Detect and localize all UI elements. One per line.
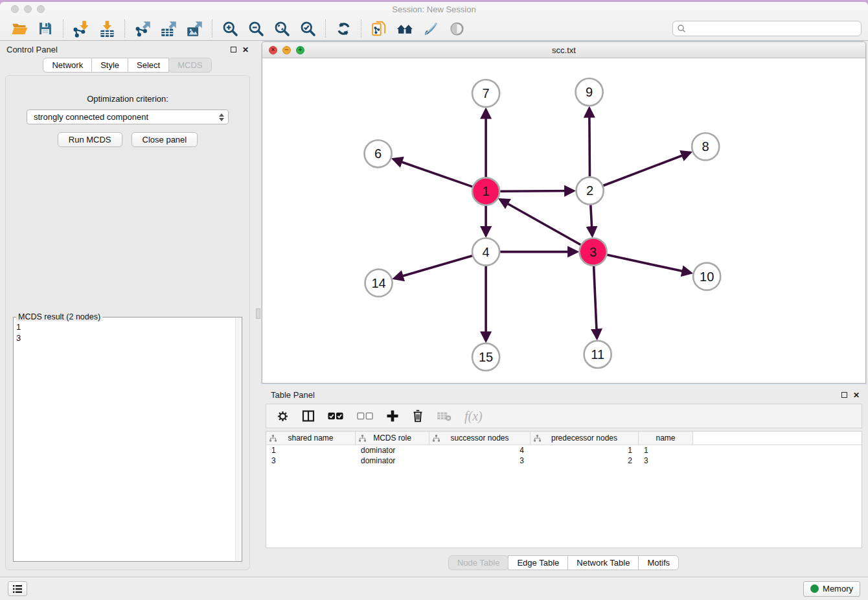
window-chrome: Session: New Session [0,2,868,41]
add-column-button[interactable] [386,410,399,422]
close-panel-button[interactable]: Close panel [131,132,198,147]
tab-network[interactable]: Network [43,58,92,73]
column-header-MCDS-role[interactable]: MCDS role [356,432,429,444]
table-settings-button[interactable] [277,410,289,422]
network-canvas[interactable]: 7968124314101511 [262,58,865,383]
optimization-criterion-select[interactable]: strongly connected component [27,110,229,124]
clone-network-icon [371,20,387,37]
node-11[interactable]: 11 [584,341,611,368]
node-6[interactable]: 6 [365,140,392,167]
task-history-button[interactable] [8,581,27,596]
open-session-button[interactable] [6,18,32,39]
panel-divider[interactable] [255,41,262,577]
clone-network-button[interactable] [366,18,392,39]
column-header-name[interactable]: name [639,432,693,444]
node-1[interactable]: 1 [472,178,499,205]
export-image-button[interactable] [181,18,207,39]
deselect-all-button[interactable] [357,411,373,421]
node-15[interactable]: 15 [472,343,499,371]
memory-button[interactable]: Memory [803,581,860,597]
search-box[interactable] [672,21,862,36]
toolbar-separator [124,19,125,38]
float-panel-icon[interactable] [841,392,847,398]
export-table-button[interactable] [155,18,181,39]
memory-status-icon [810,584,819,593]
table-toolbar: f(x) [266,404,862,428]
mcds-result-box: MCDS result (2 nodes) 13 [13,317,242,562]
edge-3-11[interactable] [594,266,597,338]
edge-4-14[interactable] [394,256,472,279]
table-row[interactable]: 1dominator411 [266,445,862,456]
close-panel-icon[interactable]: ✕ [853,391,860,399]
float-panel-icon[interactable] [231,47,236,52]
svg-text:14: 14 [371,276,385,290]
graphics-details-button[interactable] [418,18,444,39]
table-row[interactable]: 3dominator323 [266,456,862,466]
node-9[interactable]: 9 [576,78,603,106]
edge-3-1[interactable] [500,200,580,245]
import-table-button[interactable] [94,18,120,39]
column-header-predecessor-nodes[interactable]: predecessor nodes [531,432,639,444]
close-panel-icon[interactable]: ✕ [242,46,249,54]
refresh-layout-button[interactable] [330,18,356,39]
edge-3-10[interactable] [607,255,691,273]
node-8[interactable]: 8 [692,133,719,160]
network-graph[interactable]: 7968124314101511 [262,58,865,383]
divider-grip[interactable] [256,308,260,319]
table-header-row: shared nameMCDS rolesuccessor nodesprede… [266,432,862,445]
node-2[interactable]: 2 [577,177,604,204]
node-7[interactable]: 7 [472,80,499,107]
birdseye-view-button[interactable] [444,18,470,39]
node-10[interactable]: 10 [693,263,720,290]
edge-2-8[interactable] [603,152,691,185]
tab-network-table[interactable]: Network Table [567,555,639,570]
column-header-shared-name[interactable]: shared name [266,432,356,444]
svg-text:6: 6 [374,146,382,161]
table-tabs-area: Node TableEdge TableNetwork TableMotifs [262,548,866,577]
table-panel: Table Panel ✕ f(x) s [262,387,866,577]
node-14[interactable]: 14 [365,270,393,297]
toolbar-separator [63,19,63,38]
tab-style[interactable]: Style [91,58,128,73]
zoom-fit-icon [273,20,291,38]
table-cell: dominator [356,456,429,465]
zoom-out-button[interactable] [243,18,269,39]
window-title: Session: New Session [0,5,868,14]
tab-mcds[interactable]: MCDS [168,58,211,73]
select-all-button[interactable] [328,411,344,421]
import-network-button[interactable] [68,18,94,39]
toolbar-separator [361,19,361,38]
node-table[interactable]: shared nameMCDS rolesuccessor nodesprede… [266,431,862,548]
table-cell: 1 [639,446,693,455]
tab-node-table[interactable]: Node Table [448,555,509,570]
edge-2-3[interactable] [591,205,593,235]
plus-icon [386,410,399,422]
edge-2-9[interactable] [589,108,590,176]
tab-select[interactable]: Select [128,58,169,73]
homes-icon [396,21,414,37]
delete-table-button[interactable] [437,411,451,422]
export-network-button[interactable] [130,18,155,39]
tab-edge-table[interactable]: Edge Table [508,555,568,570]
zoom-selected-button[interactable] [295,18,321,39]
run-mcds-button[interactable]: Run MCDS [58,132,122,147]
edge-1-6[interactable] [393,159,472,187]
save-session-button[interactable] [32,18,58,39]
node-3[interactable]: 3 [580,238,607,266]
split-panel-button[interactable] [302,410,315,422]
function-builder-button[interactable]: f(x) [464,409,483,424]
column-header-successor-nodes[interactable]: successor nodes [429,432,531,444]
main-toolbar [0,16,868,41]
svg-text:8: 8 [702,139,709,154]
delete-column-button[interactable] [412,410,424,422]
node-4[interactable]: 4 [472,238,499,266]
zoom-in-button[interactable] [217,18,243,39]
tab-motifs[interactable]: Motifs [638,555,679,570]
search-input[interactable] [687,22,857,35]
result-scrollbar[interactable] [235,318,241,560]
table-cell: dominator [356,446,429,455]
unchecked-boxes-icon [357,411,373,421]
zoom-fit-button[interactable] [269,18,295,39]
first-neighbors-button[interactable] [392,18,418,39]
edge-1-2[interactable] [500,191,573,192]
